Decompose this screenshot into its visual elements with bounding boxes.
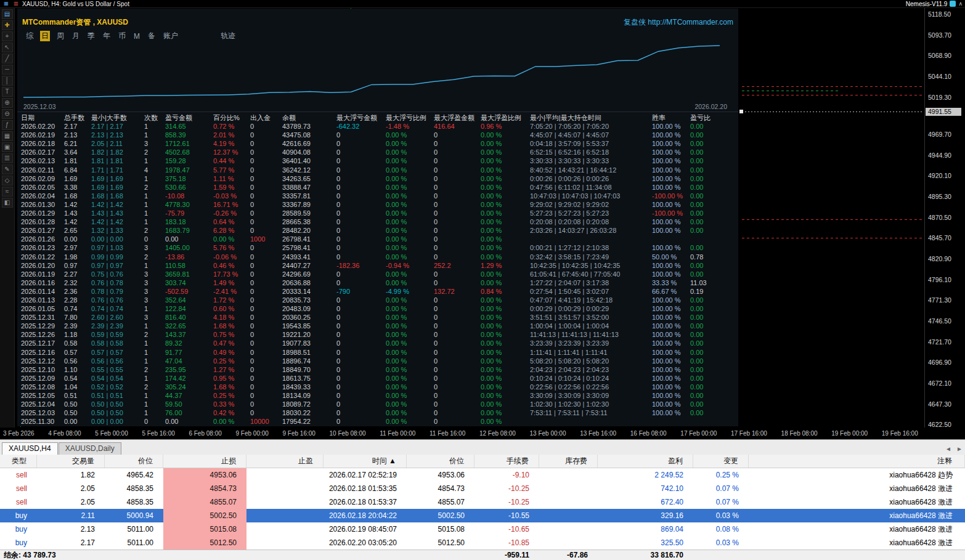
stats-cell: 2025.12.05 <box>21 391 64 400</box>
stats-header-row: 日期总手数最小|大手数次数盈亏金额百分比%出入金余额最大浮亏金额最大浮亏比例最大… <box>21 113 735 122</box>
ea-status-icon[interactable] <box>950 1 956 7</box>
grid-icon[interactable]: ▣ <box>2 142 13 152</box>
green-dashed-level[interactable] <box>742 91 841 91</box>
stats-cell: 0 <box>336 383 386 391</box>
stats-cell: -100.00 % <box>652 209 690 217</box>
order-cell-swap <box>539 522 598 536</box>
panel-site-link[interactable]: 复盘侠 http://MTCommander.com <box>624 17 733 28</box>
price-tick: 4870.50 <box>928 214 951 221</box>
orders-header-cell[interactable]: 交易量 <box>37 455 105 468</box>
stats-cell: 0.00 % <box>386 339 434 347</box>
stats-cell: 11.03 <box>690 278 719 287</box>
stats-cell: 0.00 % <box>386 296 434 304</box>
orders-header-cell[interactable]: 手续费 <box>474 455 539 468</box>
text-label-icon[interactable]: T <box>2 87 13 97</box>
red-dashed-level[interactable] <box>742 95 923 95</box>
stats-cell: 100.00 % <box>652 391 690 400</box>
order-cell-price: 5011.00 <box>105 522 163 536</box>
stats-cell: 0.00 % <box>386 235 434 243</box>
stats-cell: 1.04 <box>64 383 91 391</box>
order-cell-price2: 4855.07 <box>407 495 474 509</box>
zoom-out-icon[interactable]: ⊖ <box>2 109 13 119</box>
stats-cell: 1000 <box>250 235 282 243</box>
curve-start-date: 2025.12.03 <box>23 103 56 110</box>
hline-icon[interactable]: ─ <box>2 65 13 75</box>
tab-scroll-right-icon[interactable]: ► <box>954 445 965 455</box>
orders-header-cell[interactable]: 价位 <box>105 455 163 468</box>
new-order-icon[interactable]: ✚ <box>2 20 13 30</box>
stats-cell: 1.42 <box>64 200 91 209</box>
settings-icon[interactable]: ◧ <box>2 198 13 208</box>
stats-cell: 3:30:09 | 3:30:09 | 3:30:09 <box>530 391 652 400</box>
stats-cell: 235.95 <box>165 365 213 374</box>
stats-cell: 2025.12.12 <box>21 357 64 365</box>
order-cell-volume: 2.05 <box>37 495 105 509</box>
cursor-icon[interactable]: ↖ <box>2 43 13 52</box>
order-row[interactable]: buy2.115000.945002.502026.02.18 20:04:22… <box>0 509 965 522</box>
orders-header-cell[interactable]: 库存费 <box>539 455 598 468</box>
stats-cell: 1 <box>144 322 165 330</box>
order-cell-time: 2026.02.19 08:45:07 <box>324 522 407 536</box>
order-row[interactable]: buy2.135011.005015.082026.02.19 08:45:07… <box>0 522 965 536</box>
menu-icon[interactable]: ▤ <box>2 9 13 19</box>
stats-cell: 0.00 % <box>481 348 530 357</box>
order-row[interactable]: sell2.054858.354854.732026.02.18 01:53:3… <box>0 482 965 495</box>
stats-cell: 0.56 <box>64 357 91 365</box>
stats-cell: 0.00 <box>165 417 213 426</box>
wave-icon[interactable]: ≈ <box>2 187 13 197</box>
chart-tab-XAUUSD,Daily[interactable]: XAUUSD,Daily <box>59 442 121 455</box>
stats-cell: 0.64 % <box>213 217 250 226</box>
stats-cell: 0:00:29 | 0:00:29 | 0:00:29 <box>530 304 652 313</box>
indicators-icon[interactable]: ƒ <box>2 120 13 130</box>
order-row[interactable]: buy2.175011.005012.502026.02.20 03:05:20… <box>0 536 965 550</box>
object-anchor-marker[interactable] <box>739 110 743 113</box>
orders-header-cell[interactable]: 变更 <box>693 455 749 468</box>
stats-cell: -100.00 % <box>652 192 690 200</box>
chart-area[interactable]: MTCommander资管 , XAUUSD 复盘侠 http://MTComm… <box>15 8 924 428</box>
stats-cell: 0.00 % <box>386 322 434 330</box>
orders-header-cell[interactable]: 时间 ▲ <box>324 455 407 468</box>
orders-header-cell[interactable]: 类型 <box>0 455 37 468</box>
draw-icon[interactable]: ✎ <box>2 164 13 174</box>
stats-cell: 0 <box>434 339 481 347</box>
orders-header-cell[interactable]: 价位 <box>407 455 474 468</box>
order-cell-sl: 4854.73 <box>163 482 246 495</box>
tab-scroll-left-icon[interactable]: ◄ <box>943 445 954 455</box>
stats-cell: 0.00 <box>690 408 719 417</box>
stats-cell: 375.18 <box>165 174 213 183</box>
red-dashed-level[interactable] <box>742 219 923 220</box>
stats-cell: 0 <box>434 217 481 226</box>
chart-tab-XAUUSD,H4[interactable]: XAUUSD,H4 <box>2 442 58 455</box>
stats-cell: 1405.00 <box>165 243 213 252</box>
orders-header-cell[interactable]: 盈利 <box>598 455 693 468</box>
collapse-caret-icon[interactable]: ∧ <box>958 1 963 7</box>
stats-cell: 0.00 % <box>481 357 530 365</box>
stats-cell: 17.73 % <box>213 270 250 278</box>
stats-cell: 3.38 <box>64 183 91 192</box>
zoom-in-icon[interactable]: ⊕ <box>2 98 13 108</box>
crosshair-icon[interactable]: + <box>2 31 13 41</box>
price-axis[interactable]: 5118.505093.705068.905044.105019.304969.… <box>924 8 965 428</box>
trendline-icon[interactable]: ╱ <box>2 54 13 63</box>
chart-grid-icon[interactable]: ▦ <box>2 1 10 7</box>
stats-cell: 0.55 | 0.55 <box>91 365 144 374</box>
stats-cell: -4.99 % <box>386 287 434 296</box>
orders-header-cell[interactable]: 止损 <box>163 455 246 468</box>
orders-header-cell[interactable]: 注释 <box>749 455 965 468</box>
red-dashed-level[interactable] <box>742 86 923 87</box>
template-icon[interactable]: ▦ <box>2 131 13 141</box>
order-cell-price2: 5012.50 <box>407 536 474 550</box>
red-dashed-level[interactable] <box>742 238 923 238</box>
stats-cell: 0 <box>336 278 386 287</box>
stats-cell: 416.64 <box>434 122 481 131</box>
chart-candle-icon[interactable]: ▥ <box>12 1 20 7</box>
order-row[interactable]: sell2.054858.354855.072026.02.18 01:53:3… <box>0 495 965 509</box>
stats-cell: 0.00 <box>690 322 719 330</box>
vline-icon[interactable]: │ <box>2 76 13 86</box>
list-icon[interactable]: ☰ <box>2 153 13 163</box>
order-row[interactable]: sell1.824965.424953.062026.02.17 02:52:1… <box>0 468 965 482</box>
orders-header-cell[interactable]: 止盈 <box>246 455 324 468</box>
time-axis[interactable]: 3 Feb 20264 Feb 08:005 Feb 00:005 Feb 16… <box>0 428 924 439</box>
stats-cell: 3 <box>144 243 165 252</box>
shape-icon[interactable]: ◇ <box>2 176 13 185</box>
